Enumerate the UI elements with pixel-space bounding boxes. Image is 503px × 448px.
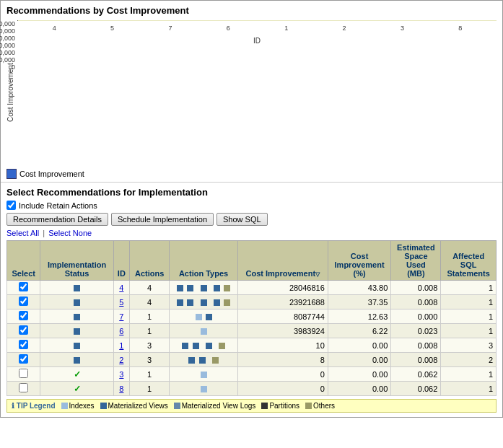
- row-cost-imp-7: 8087744: [237, 309, 328, 324]
- row-checkbox-3[interactable]: [19, 369, 28, 378]
- legend-item-indexes: Indexes: [61, 402, 95, 410]
- y-label-0: 0: [0, 63, 15, 71]
- row-checkbox-1[interactable]: [19, 340, 28, 349]
- row-id-6: 6: [113, 324, 129, 338]
- row-action-types-3: [170, 367, 237, 382]
- col-header-cost-imp: Cost Improvement▽: [237, 241, 328, 281]
- row-checkbox-7[interactable]: [19, 311, 28, 320]
- row-status-4: [40, 281, 113, 295]
- y-label-3: 15,000,000: [0, 42, 15, 49]
- action-icon-1b: [193, 343, 199, 349]
- row-sql-6: 1: [441, 324, 497, 338]
- row-sql-5: 1: [441, 295, 497, 309]
- row-id-link-3[interactable]: 3: [119, 370, 123, 379]
- col-header-id: ID: [113, 241, 129, 281]
- legend-label-mat-views: Materialized Views: [108, 402, 168, 410]
- x-label-7: 7: [141, 25, 199, 32]
- row-id-2: 2: [113, 353, 129, 367]
- row-id-link-5[interactable]: 5: [119, 298, 123, 307]
- row-action-types-7: [170, 309, 237, 324]
- row-id-link-8[interactable]: 8: [119, 385, 123, 393]
- show-sql-button[interactable]: Show SQL: [216, 213, 268, 226]
- row-id-link-7[interactable]: 7: [119, 312, 123, 321]
- recommendation-details-button[interactable]: Recommendation Details: [6, 213, 108, 226]
- row-checkbox-8[interactable]: [19, 383, 28, 392]
- action-icon-2b: [199, 357, 206, 364]
- row-checkbox-4[interactable]: [19, 282, 28, 291]
- row-actions-3: 1: [130, 367, 170, 382]
- select-none-link[interactable]: Select None: [48, 229, 92, 237]
- legend-color-others: [305, 403, 312, 409]
- include-retain-checkbox[interactable]: [6, 201, 16, 210]
- main-container: Recommendations by Cost Improvement Cost…: [0, 0, 503, 418]
- action-icon-5d: [214, 299, 220, 306]
- x-axis-title: ID: [17, 37, 497, 45]
- row-sql-4: 1: [441, 281, 497, 295]
- row-actions-7: 1: [130, 309, 170, 324]
- status-icon-2: [74, 357, 80, 364]
- row-select-1: [7, 338, 40, 353]
- select-all-link[interactable]: Select All: [6, 229, 39, 237]
- x-label-1: 1: [258, 25, 315, 32]
- action-icon-4c: [201, 285, 207, 291]
- legend-label: Cost Improvement: [19, 170, 84, 178]
- status-icon-8: ✓: [74, 384, 81, 394]
- row-actions-5: 4: [130, 295, 170, 309]
- include-retain-label: Include Retain Actions: [19, 201, 97, 210]
- action-icon-2c: [212, 357, 219, 364]
- row-space-4: 0.008: [391, 281, 441, 295]
- chart-legend: Cost Improvement: [6, 169, 497, 179]
- row-select-6: [7, 324, 40, 338]
- row-cost-pct-2: 0.00: [328, 353, 391, 367]
- row-status-6: [40, 324, 113, 338]
- table-header-row: Select ImplementationStatus ID Actions A…: [7, 241, 497, 281]
- action-icon-4a: [177, 285, 183, 291]
- row-cost-imp-1: 10: [237, 338, 328, 353]
- row-action-types-5: [170, 295, 237, 309]
- select-links: Select All | Select None: [6, 229, 497, 237]
- chart-area: Cost Improvement 30,000,000: [6, 20, 497, 164]
- row-id-5: 5: [113, 295, 129, 309]
- row-sql-8: 1: [441, 382, 497, 396]
- row-action-types-1: [170, 338, 237, 353]
- table-row: 2 3 8 0.00 0.008 2: [7, 353, 497, 367]
- row-id-link-6[interactable]: 6: [119, 327, 123, 335]
- row-select-7: [7, 309, 40, 324]
- action-icon-5b: [187, 299, 193, 306]
- row-checkbox-5[interactable]: [19, 297, 28, 306]
- x-label-5: 5: [83, 25, 141, 32]
- chart-inner: 30,000,000 25,000,000 20,000,000 15,000,…: [17, 20, 497, 21]
- action-icon-4b: [187, 285, 193, 291]
- row-checkbox-6[interactable]: [19, 325, 28, 335]
- action-icon-5e: [224, 299, 230, 306]
- x-label-3: 3: [373, 25, 431, 32]
- row-select-3: [7, 367, 40, 382]
- row-sql-2: 2: [441, 353, 497, 367]
- legend-label-indexes: Indexes: [69, 402, 95, 410]
- action-icon-6a: [201, 328, 207, 335]
- row-checkbox-2[interactable]: [19, 354, 28, 364]
- row-status-7: [40, 309, 113, 324]
- y-label-1: 5,000,000: [0, 56, 15, 63]
- status-icon-3: ✓: [74, 369, 81, 379]
- row-id-link-1[interactable]: 1: [119, 341, 123, 350]
- action-icon-5a: [177, 299, 183, 306]
- legend-item-partitions: Partitions: [261, 402, 299, 410]
- row-sql-1: 3: [441, 338, 497, 353]
- row-cost-pct-1: 0.00: [328, 338, 391, 353]
- action-icon-4e: [224, 285, 230, 291]
- row-id-link-4[interactable]: 4: [119, 284, 123, 292]
- table-row: ✓ 3 1 0 0.00 0.062 1: [7, 367, 497, 382]
- row-status-1: [40, 338, 113, 353]
- x-label-6: 6: [199, 25, 257, 32]
- row-cost-pct-7: 12.63: [328, 309, 391, 324]
- row-cost-imp-5: 23921688: [237, 295, 328, 309]
- recommendations-table: Select ImplementationStatus ID Actions A…: [6, 240, 497, 396]
- row-id-link-2[interactable]: 2: [119, 356, 123, 364]
- x-label-8: 8: [432, 25, 489, 32]
- row-action-types-4: [170, 281, 237, 295]
- col-header-impl-status: ImplementationStatus: [40, 241, 113, 281]
- tip-legend: ℹ TIP Legend Indexes Materialized Views …: [6, 399, 497, 413]
- schedule-implementation-button[interactable]: Schedule Implementation: [111, 213, 214, 226]
- status-icon-4: [74, 285, 80, 291]
